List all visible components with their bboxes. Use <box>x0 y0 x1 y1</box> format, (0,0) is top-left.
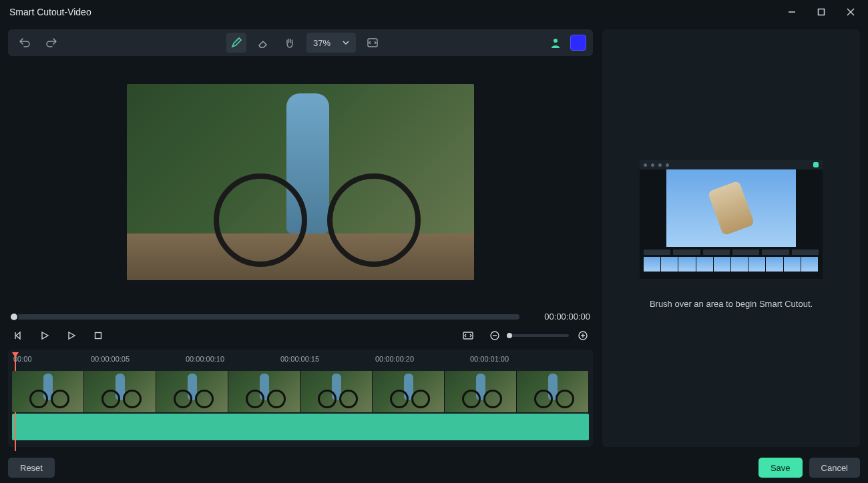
eraser-tool-button[interactable] <box>253 33 273 53</box>
playback-controls <box>8 326 593 350</box>
accent-color-swatch[interactable] <box>570 35 586 51</box>
chevron-down-icon <box>343 39 349 46</box>
ruler-tick: 00:00 <box>13 355 32 363</box>
clip-thumbnails[interactable] <box>12 371 589 412</box>
video-preview[interactable] <box>8 56 593 308</box>
zoom-slider[interactable] <box>509 334 569 337</box>
redo-button[interactable] <box>41 33 61 53</box>
zoom-in-button[interactable] <box>576 328 590 343</box>
ruler-tick: 00:00:00:05 <box>91 355 130 363</box>
compare-toggle-button[interactable] <box>363 33 383 53</box>
fit-button[interactable] <box>461 328 475 343</box>
svg-point-5 <box>554 39 558 43</box>
ruler-tick: 00:00:00:15 <box>280 355 319 363</box>
ruler-tick: 00:00:01:00 <box>470 355 509 363</box>
timeline-ruler[interactable]: 00:00 00:00:00:05 00:00:00:10 00:00:00:1… <box>12 354 589 371</box>
maximize-button[interactable] <box>809 3 833 21</box>
ruler-tick: 00:00:00:20 <box>375 355 414 363</box>
close-button[interactable] <box>839 3 863 21</box>
zoom-select[interactable]: 37% <box>306 33 356 53</box>
scrubber-row: 00:00:00:00 <box>8 308 593 326</box>
pan-tool-button[interactable] <box>280 33 300 53</box>
titlebar: Smart Cutout-Video <box>0 0 868 24</box>
window-title: Smart Cutout-Video <box>9 7 91 17</box>
timecode-display: 00:00:00:00 <box>530 312 590 322</box>
right-panel: Brush over an area to begin Smart Cutout… <box>602 29 860 447</box>
effect-track[interactable] <box>12 414 589 440</box>
play-button[interactable] <box>37 328 52 343</box>
stop-button[interactable] <box>91 328 105 343</box>
zoom-slider-thumb[interactable] <box>507 333 512 338</box>
zoom-value: 37% <box>313 38 331 48</box>
step-back-button[interactable] <box>11 328 25 343</box>
save-button[interactable]: Save <box>758 458 803 478</box>
minimize-button[interactable] <box>780 3 804 21</box>
step-forward-button[interactable] <box>64 328 79 343</box>
bottom-bar: Reset Save Cancel <box>0 452 868 483</box>
undo-button[interactable] <box>15 33 35 53</box>
content: 37% <box>0 24 868 452</box>
guide-preview <box>640 160 823 279</box>
editor-toolbar: 37% <box>8 29 593 56</box>
scrubber-thumb[interactable] <box>9 312 19 322</box>
position-scrubber[interactable] <box>11 314 519 320</box>
preview-frame <box>127 84 474 280</box>
brush-tool-button[interactable] <box>226 33 246 53</box>
left-pane: 37% <box>8 29 593 447</box>
timeline-panel: 00:00 00:00:00:05 00:00:00:10 00:00:00:1… <box>8 350 593 447</box>
guide-hint: Brush over an area to begin Smart Cutout… <box>650 299 813 309</box>
cancel-button[interactable]: Cancel <box>809 458 860 478</box>
window-controls <box>780 3 863 21</box>
svg-rect-7 <box>95 333 101 339</box>
ruler-tick: 00:00:00:10 <box>186 355 224 363</box>
reset-button[interactable]: Reset <box>8 458 55 478</box>
svg-rect-1 <box>819 9 825 15</box>
person-swatch[interactable] <box>548 35 564 51</box>
zoom-controls <box>487 328 590 343</box>
zoom-out-button[interactable] <box>487 328 502 343</box>
